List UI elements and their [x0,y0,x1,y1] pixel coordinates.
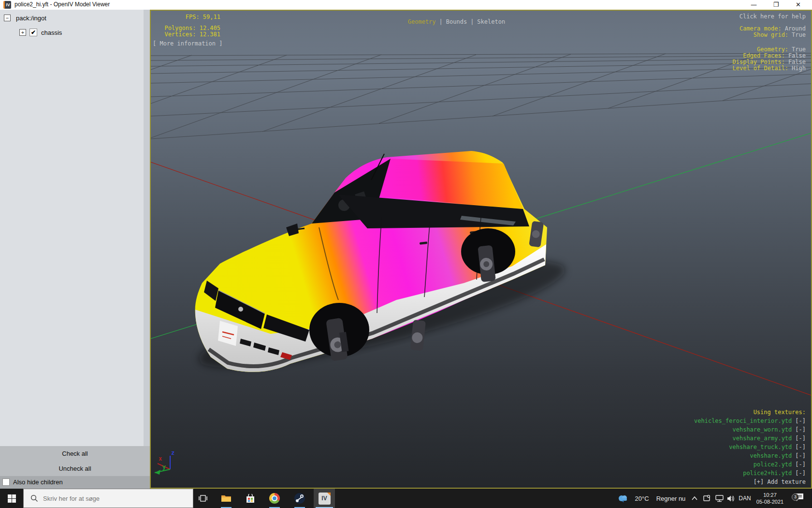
tree-expand-icon[interactable]: + [19,29,26,36]
setting-level-of-detail[interactable]: Level of Detail:High [733,65,806,72]
setting-edged-faces[interactable]: Edged Faces:False [743,52,806,59]
chrome-button[interactable] [265,489,284,508]
z-axis-label: z [171,449,174,456]
tab-geometry[interactable]: Geometry [408,18,436,25]
clock-date: 05-08-2021 [756,498,783,505]
chevron-up-icon [692,496,697,500]
weather-icon[interactable] [615,489,631,508]
texture-name: police2+hi.ytd [743,470,792,477]
notification-badge: 3 [792,493,799,501]
minimize-button[interactable]: — [743,0,765,10]
title-bar: IV police2_hi.yft - OpenIV Model Viewer … [0,0,812,10]
model-tree-sidebar: − pack:/ingot + ✔ chassis Check all Unch… [0,10,150,489]
texture-row: vehshare_truck.ytd[-] [694,443,806,451]
tree-row-chassis[interactable]: + ✔ chassis [0,28,150,38]
task-view-icon [199,494,207,503]
search-icon [30,494,38,502]
more-information-link[interactable]: [ More information ] [153,40,220,47]
texture-name: vehshare_worn.ytd [732,426,792,433]
weather-condition[interactable]: Regner nu [652,489,689,508]
store-icon [246,494,255,503]
taskbar-search[interactable] [23,489,193,508]
keyboard-language-button[interactable]: DAN [737,489,753,508]
sidebar-edge-strip [144,10,150,489]
texture-row: police2.ytd[-] [694,460,806,469]
setting-display-points[interactable]: Display Points:False [733,59,806,65]
openiv-taskbar-button[interactable]: IV [314,489,335,508]
openiv-icon: IV [319,493,331,505]
also-hide-children-checkbox[interactable] [2,478,10,486]
steam-icon [294,493,305,504]
uncheck-all-button[interactable]: Uncheck all [0,461,150,476]
tab-separator: | [470,18,474,25]
file-explorer-icon [221,494,232,503]
vertices-readout: Vertices: 12.381 [153,31,220,38]
texture-remove-button[interactable]: [-] [795,426,806,433]
texture-row: vehicles_feroci_interior.ytd[-] [694,417,806,425]
also-hide-children-label: Also hide children [13,478,63,486]
task-view-button[interactable] [193,489,213,508]
textures-panel: Using textures: vehicles_feroci_interior… [694,408,806,486]
texture-row: vehshare_army.ytd[-] [694,434,806,443]
setting-geometry[interactable]: Geometry:True [757,46,806,53]
chassis-checkbox[interactable]: ✔ [29,29,37,36]
check-all-button[interactable]: Check all [0,446,150,461]
y-axis-label: y [162,463,166,470]
tree-root-label: pack:/ingot [16,15,46,22]
texture-name: police2.ytd [754,461,792,468]
start-button[interactable] [0,489,23,508]
clock-time: 10:27 [756,492,783,498]
speaker-icon [727,495,735,502]
tray-snip-button[interactable] [701,489,712,508]
search-input[interactable] [43,495,183,502]
texture-remove-button[interactable]: [-] [795,444,806,450]
tray-volume-button[interactable] [725,489,737,508]
texture-remove-button[interactable]: [-] [795,470,806,477]
taskbar: IV 20°C Regner nu DA [0,489,812,508]
also-hide-children-row[interactable]: Also hide children [0,476,150,489]
tab-skeleton[interactable]: Skeleton [477,18,505,25]
file-explorer-button[interactable] [217,489,236,508]
setting-show-grid[interactable]: Show grid:True [754,31,806,38]
help-link[interactable]: Click here for help [740,13,806,20]
texture-row: vehshare_worn.ytd[-] [694,425,806,434]
network-icon [715,495,724,502]
weather-temperature[interactable]: 20°C [631,489,652,508]
notification-center-button[interactable]: 3 [790,489,809,508]
texture-name: vehshare_truck.ytd [729,444,792,450]
textures-header: Using textures: [694,408,806,417]
tray-network-button[interactable] [713,489,725,508]
tree-chassis-label: chassis [41,29,62,36]
chrome-icon [269,493,280,504]
texture-remove-button[interactable]: [-] [795,418,806,424]
texture-remove-button[interactable]: [-] [795,435,806,442]
close-button[interactable]: ✕ [787,0,809,10]
snip-icon [703,494,710,502]
tree-row-root[interactable]: − pack:/ingot [0,14,150,23]
texture-row: vehshare.ytd[-] [694,451,806,460]
tray-chevron-button[interactable] [689,489,700,508]
model-viewport[interactable]: z x y FPS: 59,11 Polygons: 12.405 Vertic… [150,10,812,489]
steam-button[interactable] [290,489,309,508]
store-button[interactable] [241,489,260,508]
tab-bounds[interactable]: Bounds [446,18,467,25]
texture-remove-button[interactable]: [-] [795,461,806,468]
window-title: police2_hi.yft - OpenIV Model Viewer [14,1,110,8]
texture-name: vehshare.ytd [750,452,792,459]
setting-camera-mode[interactable]: Camera mode:Around [740,25,806,32]
texture-name: vehshare_army.ytd [732,435,792,442]
tab-separator: | [439,18,443,25]
restore-button[interactable]: ❐ [765,0,787,10]
add-texture-button[interactable]: [+] Add texture [694,478,806,486]
render-mode-tabs: Geometry|Bounds|Skeleton [151,12,748,32]
clock[interactable]: 10:27 05-08-2021 [753,489,787,508]
texture-remove-button[interactable]: [-] [795,452,806,459]
texture-row: police2+hi.ytd[-] [694,469,806,478]
tree-collapse-icon[interactable]: − [4,15,11,21]
openiv-app-icon: IV [3,1,11,9]
texture-name: vehicles_feroci_interior.ytd [694,418,792,424]
windows-logo-icon [8,494,16,503]
x-axis-label: x [159,455,162,462]
